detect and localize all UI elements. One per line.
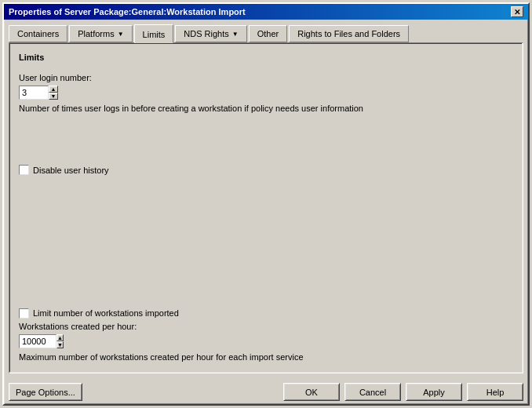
limit-workstations-label[interactable]: Limit number of workstations imported <box>33 308 179 318</box>
tab-other[interactable]: Other <box>249 25 288 42</box>
content-area: Containers Platforms ▼ Limits NDS Rights… <box>4 20 528 378</box>
active-tab-label: Limits <box>19 53 513 62</box>
platforms-dropdown-arrow: ▼ <box>118 31 124 38</box>
main-window: Properties of Server Package:General:Wor… <box>2 2 530 406</box>
user-login-input[interactable] <box>19 86 49 100</box>
tab-limits[interactable]: Limits <box>134 24 174 43</box>
workstations-per-hour-spinner: ▲ ▼ <box>19 334 58 348</box>
window-title: Properties of Server Package:General:Wor… <box>9 7 246 16</box>
tab-nds-rights[interactable]: NDS Rights ▼ <box>175 25 246 42</box>
page-options-button[interactable]: Page Options... <box>9 383 82 401</box>
user-login-increment[interactable]: ▲ <box>49 86 58 93</box>
disable-history-label[interactable]: Disable user history <box>33 166 109 175</box>
middle-spacer <box>19 121 513 152</box>
disable-history-checkbox[interactable] <box>19 165 29 175</box>
tab-rights-files-folders[interactable]: Rights to Files and Folders <box>289 25 409 42</box>
tab-containers[interactable]: Containers <box>9 25 67 42</box>
workstations-per-hour-group: Workstations created per hour: ▲ ▼ Maxim… <box>19 322 513 363</box>
tab-platforms[interactable]: Platforms ▼ <box>69 25 132 42</box>
user-login-group: User login number: ▲ ▼ Number of times u… <box>19 73 513 115</box>
workstations-per-hour-decrement[interactable]: ▼ <box>56 341 64 348</box>
limit-workstations-checkbox[interactable] <box>19 308 29 319</box>
user-login-description: Number of times user logs in before crea… <box>19 103 513 115</box>
title-bar: Properties of Server Package:General:Wor… <box>4 4 528 20</box>
disable-history-row: Disable user history <box>19 165 513 175</box>
tab-bar: Containers Platforms ▼ Limits NDS Rights… <box>9 24 523 42</box>
bottom-spacer <box>19 181 513 295</box>
help-button[interactable]: Help <box>467 383 523 401</box>
bottom-section: Limit number of workstations imported Wo… <box>19 302 513 363</box>
user-login-label: User login number: <box>19 73 513 82</box>
tab-panel: Limits User login number: ▲ ▼ Number of … <box>9 42 523 373</box>
user-login-decrement[interactable]: ▼ <box>49 93 58 100</box>
close-button[interactable]: ✕ <box>511 6 523 17</box>
workstations-per-hour-input[interactable] <box>19 334 56 348</box>
nds-rights-dropdown-arrow: ▼ <box>232 31 239 38</box>
ok-button[interactable]: OK <box>283 383 340 401</box>
apply-button[interactable]: Apply <box>406 383 462 401</box>
workstations-per-hour-description: Maximum number of workstations created p… <box>19 352 513 363</box>
user-login-spinner: ▲ ▼ <box>19 86 58 100</box>
workstations-per-hour-increment[interactable]: ▲ <box>56 334 64 341</box>
workstations-per-hour-label: Workstations created per hour: <box>19 322 513 331</box>
button-bar: Page Options... OK Cancel Apply Help <box>4 378 528 404</box>
limit-workstations-row: Limit number of workstations imported <box>19 308 513 319</box>
cancel-button[interactable]: Cancel <box>344 383 401 401</box>
